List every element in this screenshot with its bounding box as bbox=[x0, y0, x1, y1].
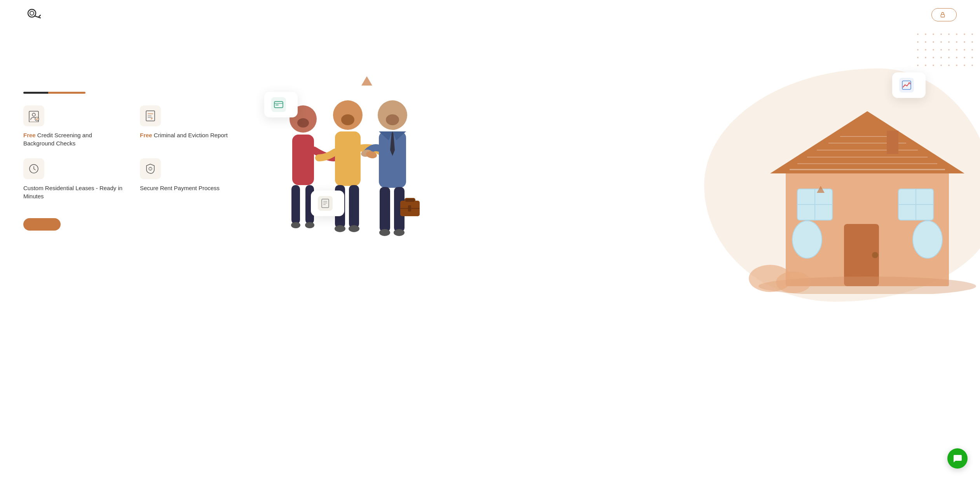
start-here-button[interactable] bbox=[23, 218, 61, 231]
shield-doc-icon bbox=[144, 110, 157, 122]
card-rent-payments bbox=[264, 92, 298, 117]
svg-point-41 bbox=[291, 222, 300, 228]
feature-credit-screening: Free Credit Screening and Background Che… bbox=[23, 105, 124, 147]
svg-rect-35 bbox=[887, 131, 898, 154]
shield-payment-icon bbox=[144, 163, 157, 175]
svg-point-57 bbox=[394, 229, 405, 236]
person-check-icon bbox=[28, 110, 40, 122]
features-grid: Free Credit Screening and Background Che… bbox=[23, 105, 241, 200]
svg-rect-10 bbox=[148, 115, 152, 116]
svg-rect-66 bbox=[276, 105, 279, 105]
svg-rect-45 bbox=[335, 131, 361, 186]
hero-title bbox=[23, 61, 241, 84]
svg-rect-64 bbox=[274, 101, 283, 108]
svg-rect-54 bbox=[380, 187, 390, 232]
svg-point-23 bbox=[872, 252, 878, 258]
hero-right bbox=[241, 45, 957, 278]
svg-point-44 bbox=[341, 114, 354, 125]
svg-point-51 bbox=[386, 114, 399, 125]
svg-point-48 bbox=[335, 225, 345, 232]
card-state-leases bbox=[311, 191, 344, 216]
better-tenants-icon bbox=[899, 78, 914, 93]
feature-icon-credit bbox=[23, 105, 44, 126]
clock-doc-icon bbox=[28, 163, 40, 175]
sign-in-button[interactable] bbox=[931, 8, 957, 21]
svg-rect-39 bbox=[291, 185, 300, 224]
svg-point-1 bbox=[30, 11, 34, 15]
svg-point-30 bbox=[792, 221, 822, 258]
svg-point-7 bbox=[35, 117, 39, 121]
navbar bbox=[0, 0, 980, 30]
svg-point-42 bbox=[305, 222, 314, 228]
svg-rect-4 bbox=[941, 14, 944, 17]
svg-rect-68 bbox=[322, 199, 329, 208]
nav-actions bbox=[925, 8, 957, 21]
feature-icon-rent bbox=[140, 158, 161, 179]
hero-left: Free Credit Screening and Background Che… bbox=[23, 45, 241, 231]
svg-rect-67 bbox=[902, 81, 911, 89]
logo[interactable] bbox=[23, 7, 46, 23]
deco-triangle-1 bbox=[361, 76, 372, 86]
feature-rent-payment: Secure Rent Payment Process bbox=[140, 158, 241, 200]
feature-criminal: Free Criminal and Eviction Report bbox=[140, 105, 241, 147]
svg-point-56 bbox=[379, 229, 390, 236]
svg-point-37 bbox=[297, 118, 309, 128]
logo-icon bbox=[23, 7, 42, 23]
feature-icon-leases bbox=[23, 158, 44, 179]
lock-icon bbox=[940, 12, 946, 18]
house-svg bbox=[747, 92, 980, 294]
hero-section: const dg = document.querySelector('.dot-… bbox=[0, 30, 980, 302]
svg-rect-47 bbox=[349, 185, 359, 228]
deco-triangle-2 bbox=[817, 186, 825, 193]
svg-point-6 bbox=[32, 113, 35, 116]
svg-point-49 bbox=[349, 225, 359, 232]
feature-icon-criminal bbox=[140, 105, 161, 126]
svg-rect-38 bbox=[292, 135, 314, 185]
svg-rect-9 bbox=[148, 113, 153, 114]
svg-rect-59 bbox=[405, 198, 415, 202]
svg-point-34 bbox=[776, 271, 811, 293]
state-leases-icon bbox=[318, 196, 333, 211]
card-better-tenants bbox=[892, 72, 926, 98]
svg-rect-11 bbox=[148, 117, 152, 118]
rent-payments-icon bbox=[271, 97, 286, 112]
house-illustration bbox=[747, 92, 980, 294]
feature-leases: Custom Residential Leases - Ready in Min… bbox=[23, 158, 124, 200]
svg-line-3 bbox=[39, 15, 40, 17]
svg-point-31 bbox=[913, 221, 942, 258]
hero-divider bbox=[23, 92, 85, 94]
svg-rect-61 bbox=[408, 205, 411, 212]
